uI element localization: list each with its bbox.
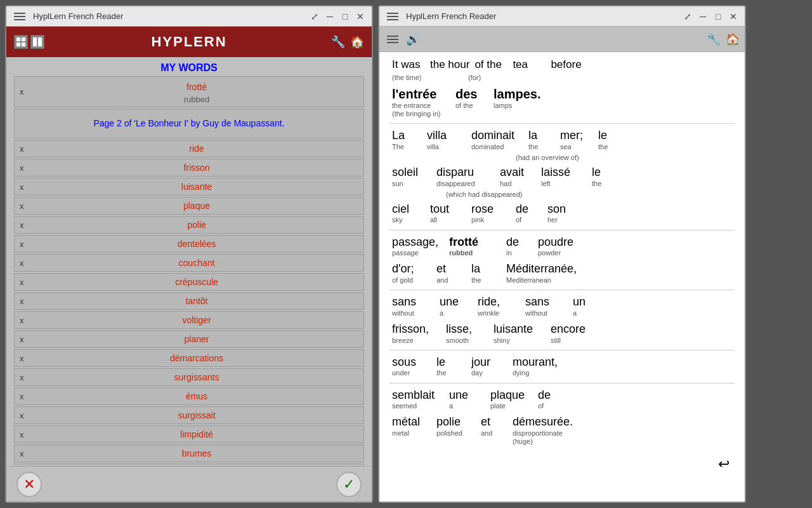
- right-close-btn[interactable]: ✕: [727, 10, 740, 23]
- back-arrow-btn[interactable]: ↩: [716, 455, 735, 474]
- right-hamburger-icon[interactable]: [384, 10, 401, 23]
- word-block-ride[interactable]: ride, wrinkle: [475, 294, 523, 319]
- left-maximize-btn[interactable]: □: [339, 10, 351, 23]
- left-hamburger-icon[interactable]: [11, 10, 28, 23]
- word-block-itwas[interactable]: It was: [390, 57, 428, 72]
- word-block-metal[interactable]: métal metal: [390, 414, 434, 447]
- word-block-et[interactable]: et and: [434, 261, 469, 286]
- word-block-mer[interactable]: mer; sea: [558, 128, 596, 152]
- word-block-lentree[interactable]: l'entrée the entrance (the bringing in): [390, 85, 453, 119]
- word-block-laisse[interactable]: laissé left: [539, 164, 589, 189]
- word-block-un[interactable]: un a: [570, 294, 602, 319]
- cancel-button[interactable]: ✕: [16, 472, 42, 497]
- word-row-emus[interactable]: x émus: [14, 387, 364, 405]
- right-home-icon[interactable]: 🏠: [726, 32, 740, 46]
- word-row-frisson[interactable]: x frisson: [14, 159, 364, 177]
- word-row-planer[interactable]: x planer: [14, 330, 364, 348]
- word-x-8[interactable]: x: [15, 258, 30, 268]
- word-block-passage[interactable]: passage, passage: [390, 234, 447, 259]
- word-row-dentelees[interactable]: x dentelées: [14, 235, 364, 253]
- word-x-4[interactable]: x: [15, 182, 30, 192]
- word-block-thehour[interactable]: the hour: [428, 57, 472, 72]
- word-x-2[interactable]: x: [15, 144, 30, 154]
- word-block-des[interactable]: des of the: [453, 85, 491, 119]
- word-block-la2[interactable]: la the: [526, 128, 558, 152]
- word-block-tea[interactable]: tea: [510, 57, 548, 72]
- tools-icon[interactable]: 🔧: [331, 35, 345, 49]
- word-x-9[interactable]: x: [15, 277, 30, 287]
- word-row-polie[interactable]: x polie: [14, 216, 364, 234]
- word-block-demesuree[interactable]: démesurée. disproportionate (huge): [510, 414, 580, 447]
- word-block-villa[interactable]: villa villa: [424, 128, 469, 152]
- word-x-3[interactable]: x: [15, 163, 30, 173]
- word-block-disparu[interactable]: disparu disappeared: [434, 164, 497, 189]
- word-block-poudre[interactable]: poudre powder: [535, 234, 586, 259]
- word-x-14[interactable]: x: [15, 373, 30, 382]
- reader-menu-icon[interactable]: [384, 33, 401, 46]
- word-x-16[interactable]: x: [15, 411, 30, 420]
- word-row-demarcations[interactable]: x démarcations: [14, 349, 364, 367]
- word-row-surgissait[interactable]: x surgissait: [14, 406, 364, 424]
- word-block-sans2[interactable]: sans without: [523, 294, 570, 319]
- right-maximize-btn[interactable]: □: [712, 10, 724, 23]
- word-block-luisante-reader[interactable]: luisante shiny: [491, 321, 548, 346]
- word-block-ciel[interactable]: ciel sky: [390, 201, 428, 226]
- word-row-limpidite[interactable]: x limpidité: [14, 425, 364, 443]
- word-block-before[interactable]: before: [548, 57, 586, 72]
- word-x-13[interactable]: x: [15, 354, 30, 363]
- word-block-son[interactable]: son her: [545, 201, 577, 226]
- word-x-12[interactable]: x: [15, 335, 30, 344]
- home-icon[interactable]: 🏠: [350, 35, 364, 49]
- word-row-plaque[interactable]: x plaque: [14, 197, 364, 215]
- word-block-lampes[interactable]: lampes. lamps: [491, 85, 554, 119]
- word-x-17[interactable]: x: [15, 430, 30, 439]
- word-block-frisson-reader[interactable]: frisson, breeze: [390, 321, 443, 346]
- word-block-lisse[interactable]: lisse, smooth: [443, 321, 491, 346]
- grid-icon-1[interactable]: [14, 35, 28, 49]
- word-x-6[interactable]: x: [15, 220, 30, 230]
- word-block-une2[interactable]: une a: [447, 387, 488, 412]
- word-block-tout[interactable]: tout all: [428, 201, 469, 226]
- word-block-la[interactable]: La The: [390, 128, 424, 152]
- word-x-10[interactable]: x: [15, 297, 30, 306]
- word-block-plaque-reader[interactable]: plaque plate: [488, 387, 535, 412]
- word-block-la3[interactable]: la the: [469, 261, 504, 286]
- left-close-btn[interactable]: ✕: [354, 10, 367, 23]
- word-block-polie-reader[interactable]: polie polished: [434, 414, 478, 447]
- word-block-et2[interactable]: et and: [478, 414, 510, 447]
- word-row-luisante[interactable]: x luisante: [14, 178, 364, 196]
- word-block-soleil[interactable]: soleil sun: [390, 164, 434, 189]
- word-block-avait[interactable]: avait had: [497, 164, 539, 189]
- word-x-1[interactable]: x: [15, 87, 30, 97]
- word-block-mediterranee[interactable]: Méditerranée, Mediterranean: [504, 261, 593, 286]
- word-row-tantot[interactable]: x tantôt: [14, 292, 364, 310]
- confirm-button[interactable]: ✓: [336, 472, 362, 497]
- right-tools-icon[interactable]: 🔧: [707, 32, 721, 46]
- word-block-frotte-reader[interactable]: frotté rubbed: [447, 234, 504, 259]
- word-block-le2[interactable]: le the: [589, 164, 615, 189]
- word-block-rose[interactable]: rose pink: [469, 201, 513, 226]
- word-block-sans1[interactable]: sans without: [390, 294, 437, 319]
- word-x-11[interactable]: x: [15, 316, 30, 325]
- word-row-voltiger[interactable]: x voltiger: [14, 311, 364, 329]
- word-row-crepuscule[interactable]: x crépuscule: [14, 273, 364, 291]
- word-x-7[interactable]: x: [15, 239, 30, 249]
- word-block-ofthe[interactable]: of the: [472, 57, 510, 72]
- word-block-semblait[interactable]: semblait seemed: [390, 387, 447, 412]
- word-row-couchant[interactable]: x couchant: [14, 254, 364, 272]
- word-row-surgissants[interactable]: x surgissants: [14, 368, 364, 386]
- word-block-de3[interactable]: de of: [535, 387, 567, 412]
- word-row-frotte[interactable]: x frotté rubbed: [14, 76, 364, 107]
- word-block-dominait[interactable]: dominait dominated: [469, 128, 526, 152]
- audio-icon[interactable]: 🔊: [406, 32, 420, 46]
- word-row-brumes[interactable]: x brumes: [14, 444, 364, 462]
- right-minimize-btn[interactable]: ─: [697, 10, 709, 23]
- word-row-ride[interactable]: x ride: [14, 140, 364, 157]
- reader-content[interactable]: It was the hour of the tea before (the t…: [379, 52, 745, 502]
- right-resize-btn[interactable]: ⤢: [681, 10, 694, 23]
- word-block-dor[interactable]: d'or; of gold: [390, 261, 434, 286]
- word-block-le3[interactable]: le the: [434, 354, 469, 379]
- left-resize-btn[interactable]: ⤢: [308, 10, 321, 23]
- word-x-15[interactable]: x: [15, 392, 30, 401]
- word-x-18[interactable]: x: [15, 449, 30, 458]
